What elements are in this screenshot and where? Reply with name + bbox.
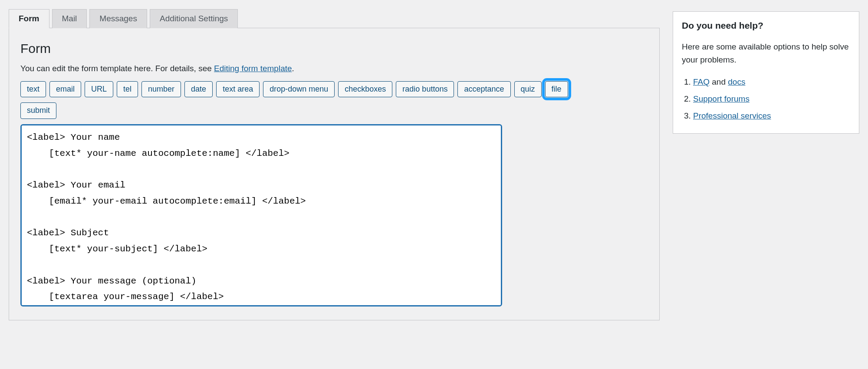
tag-checkboxes-button[interactable]: checkboxes xyxy=(338,81,392,97)
panel-tabs: Form Mail Messages Additional Settings xyxy=(9,9,660,28)
tag-radio-button[interactable]: radio buttons xyxy=(396,81,454,97)
tag-email-button[interactable]: email xyxy=(49,81,81,97)
tag-acceptance-button[interactable]: acceptance xyxy=(457,81,510,97)
help-intro: Here are some available options to help … xyxy=(682,40,850,67)
tag-number-button[interactable]: number xyxy=(141,81,181,97)
tag-date-button[interactable]: date xyxy=(184,81,213,97)
tab-additional-settings[interactable]: Additional Settings xyxy=(150,9,238,28)
tag-file-button[interactable]: file xyxy=(545,81,568,97)
tag-generator-row: text email URL tel number date text area… xyxy=(20,81,648,97)
tag-submit-button[interactable]: submit xyxy=(20,102,56,119)
help-title: Do you need help? xyxy=(682,20,850,31)
docs-link[interactable]: docs xyxy=(728,77,745,86)
tag-url-button[interactable]: URL xyxy=(85,81,113,97)
form-panel: Form You can edit the form template here… xyxy=(9,28,660,320)
editing-form-template-link[interactable]: Editing form template xyxy=(214,64,292,73)
tag-quiz-button[interactable]: quiz xyxy=(514,81,542,97)
panel-description: You can edit the form template here. For… xyxy=(20,64,648,73)
help-item-support: Support forums xyxy=(693,91,850,108)
panel-heading: Form xyxy=(20,41,648,56)
support-forums-link[interactable]: Support forums xyxy=(693,94,750,103)
faq-link[interactable]: FAQ xyxy=(693,77,710,86)
help-options-list: FAQ and docs Support forums Professional… xyxy=(693,74,850,125)
help-item-faq-docs: FAQ and docs xyxy=(693,74,850,91)
professional-services-link[interactable]: Professional services xyxy=(693,111,771,120)
help-item-professional: Professional services xyxy=(693,108,850,125)
tab-form[interactable]: Form xyxy=(9,9,49,28)
tab-messages[interactable]: Messages xyxy=(89,9,147,28)
tag-generator-row-2: submit xyxy=(20,102,648,119)
tag-textarea-button[interactable]: text area xyxy=(216,81,260,97)
form-template-editor[interactable] xyxy=(20,124,502,306)
tag-text-button[interactable]: text xyxy=(20,81,46,97)
tag-dropdown-button[interactable]: drop-down menu xyxy=(263,81,335,97)
tab-mail[interactable]: Mail xyxy=(52,9,87,28)
tag-tel-button[interactable]: tel xyxy=(117,81,138,97)
help-sidebar: Do you need help? Here are some availabl… xyxy=(673,11,859,134)
